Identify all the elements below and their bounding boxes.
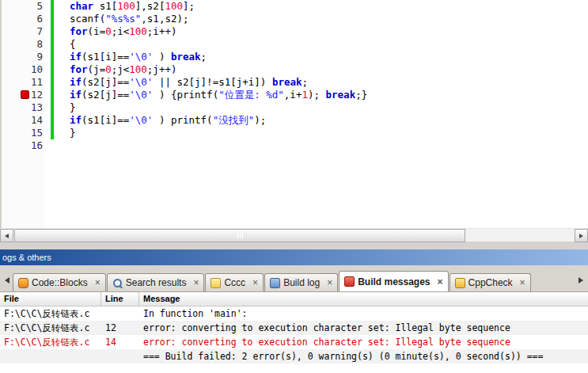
code-line: if(s1[i]=='\0' ) printf("没找到"); (70, 114, 588, 127)
tab-scroll-right[interactable] (575, 272, 586, 288)
line-number: 9 (36, 51, 43, 63)
gutter-row[interactable]: 14 (2, 114, 44, 127)
message-row[interactable]: === Build failed: 2 error(s), 0 warning(… (0, 349, 588, 363)
message-cell-line (101, 349, 139, 363)
line-number: 11 (31, 76, 43, 88)
tab-build-messages[interactable]: Build messages× (339, 271, 448, 291)
horizontal-scrollbar[interactable] (0, 228, 588, 242)
tab-cppcheck[interactable]: CppCheck× (450, 273, 531, 291)
code-line: } (70, 127, 588, 139)
close-icon[interactable]: × (95, 278, 101, 287)
column-header-message[interactable]: Message (139, 292, 588, 306)
message-list-header: File Line Message (0, 292, 588, 306)
close-icon[interactable]: × (193, 278, 199, 287)
tab-label: Build log (283, 277, 320, 288)
line-number: 13 (31, 101, 43, 113)
code-line: if(s2[j]=='\0' || s2[j]!=s1[j+i]) break; (70, 76, 588, 89)
code-line: { (70, 38, 588, 51)
line-number: 15 (31, 127, 43, 139)
scrollbar-thumb[interactable] (14, 229, 465, 242)
gutter-row[interactable]: 11 (2, 76, 44, 89)
close-icon[interactable]: × (327, 278, 332, 287)
gutter-row[interactable]: 10 (2, 63, 44, 76)
tab-code-blocks[interactable]: Code::Blocks× (13, 273, 106, 291)
line-number: 6 (36, 13, 43, 25)
ide-window: 5678910111213141516 char s1[100],s2[100]… (0, 0, 588, 373)
message-list: F:\C\C\反转链表.cIn function 'main':F:\C\C\反… (0, 306, 588, 363)
tab-build-log[interactable]: Build log× (264, 273, 338, 291)
tab-strip: Code::Blocks×Search results×Cccc×Build l… (13, 271, 532, 291)
code-line: } (70, 101, 588, 114)
code-line: if(s2[j]=='\0' ) {printf("位置是: %d",i+1);… (70, 89, 588, 101)
line-number: 12 (31, 89, 43, 101)
code-line (70, 139, 588, 152)
line-number: 8 (36, 38, 43, 50)
code-line: for(j=0;j<100;j++) (70, 63, 588, 76)
message-cell-file: F:\C\C\反转链表.c (0, 335, 101, 349)
close-icon[interactable]: × (252, 278, 258, 287)
gutter-row[interactable]: 13 (2, 101, 44, 114)
tab-label: Cccc (224, 277, 245, 288)
code-line: char s1[100],s2[100]; (70, 0, 588, 13)
gutter-row[interactable]: 16 (2, 139, 44, 152)
line-number: 14 (31, 114, 43, 126)
close-icon[interactable]: × (520, 278, 525, 287)
message-cell-file: F:\C\C\反转链表.c (0, 321, 101, 335)
scroll-right-button[interactable] (575, 229, 588, 242)
message-cell-message: In function 'main': (139, 306, 588, 321)
line-number: 10 (31, 63, 43, 75)
tab-bar: Code::Blocks×Search results×Cccc×Build l… (0, 265, 588, 292)
logs-panel-caption[interactable]: ogs & others (0, 249, 588, 265)
code-line: for(i=0;i<100;i++) (70, 25, 588, 38)
thumb-grip-icon (242, 233, 243, 239)
thumb-grip-icon (237, 233, 238, 239)
message-row[interactable]: F:\C\C\反转链表.c14error: converting to exec… (0, 335, 588, 349)
tab-cccc[interactable]: Cccc× (205, 273, 264, 291)
code-editor[interactable]: 5678910111213141516 char s1[100],s2[100]… (0, 0, 588, 228)
tab-search-results[interactable]: Search results× (107, 273, 205, 291)
tab-label: Search results (126, 277, 187, 288)
build-log-icon (270, 278, 280, 288)
cppcheck-icon (455, 278, 465, 288)
code-line: if(s1[i]=='\0' ) break; (70, 51, 588, 63)
logs-panel-title: ogs & others (2, 253, 51, 262)
gutter-row[interactable]: 9 (2, 51, 44, 63)
tab-label: Build messages (358, 276, 430, 287)
editor-gutter[interactable]: 5678910111213141516 (2, 0, 44, 228)
message-cell-message: error: converting to execution character… (139, 321, 588, 335)
gutter-row[interactable]: 12 (2, 89, 44, 101)
gutter-row[interactable]: 15 (2, 127, 44, 139)
scroll-left-button[interactable] (0, 229, 13, 242)
column-header-line[interactable]: Line (101, 292, 139, 306)
line-number: 7 (36, 25, 43, 37)
tab-label: CppCheck (469, 277, 513, 288)
gutter-row[interactable]: 8 (2, 38, 44, 51)
close-icon[interactable]: × (438, 277, 443, 287)
codeblocks-icon (18, 278, 28, 288)
gutter-row[interactable]: 6 (2, 13, 44, 25)
column-header-file[interactable]: File (0, 292, 101, 306)
message-cell-message: error: converting to execution character… (139, 335, 588, 349)
gutter-row[interactable]: 5 (2, 0, 44, 13)
scroll-left-icon (5, 234, 9, 238)
splitter-sash[interactable] (0, 242, 588, 249)
scroll-left-icon (5, 277, 9, 284)
message-cell-line: 12 (101, 321, 139, 335)
gutter-row[interactable]: 7 (2, 25, 44, 38)
line-number: 16 (31, 139, 43, 151)
scroll-right-icon (579, 234, 583, 238)
cccc-icon (211, 278, 221, 288)
message-row[interactable]: F:\C\C\反转链表.cIn function 'main': (0, 306, 588, 321)
message-cell-file: F:\C\C\反转链表.c (0, 306, 101, 321)
thumb-grip-icon (240, 233, 241, 239)
message-cell-line (101, 306, 139, 321)
code-lines: char s1[100],s2[100];scanf("%s%s",s1,s2)… (70, 0, 588, 152)
message-cell-line: 14 (101, 335, 139, 349)
breakpoint-icon[interactable] (21, 90, 29, 99)
tab-scroll-left[interactable] (2, 272, 13, 288)
message-cell-message: === Build failed: 2 error(s), 0 warning(… (139, 349, 588, 363)
message-row[interactable]: F:\C\C\反转链表.c12error: converting to exec… (0, 321, 588, 335)
code-line: scanf("%s%s",s1,s2); (70, 13, 588, 25)
tab-label: Code::Blocks (32, 277, 88, 288)
scroll-right-icon (579, 277, 583, 284)
